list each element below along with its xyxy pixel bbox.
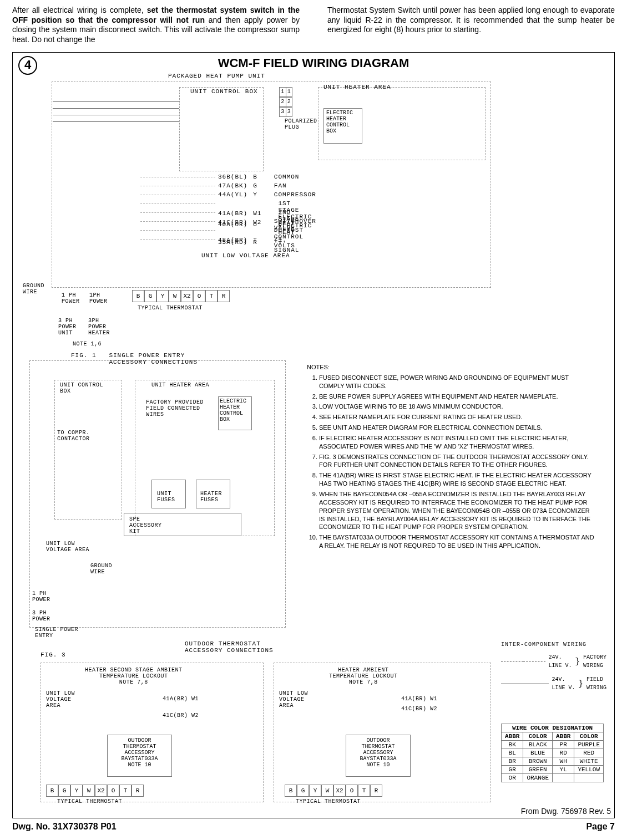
- wire-desc-2: COMPRESSOR: [274, 191, 316, 198]
- unit-control-box: [179, 87, 264, 171]
- fig3-terms-l: B G Y W X2 O T R: [46, 785, 144, 797]
- conn-3a: 3: [280, 108, 286, 116]
- term-b: B: [132, 290, 144, 302]
- t-g: G: [58, 785, 70, 797]
- wct-r: YL: [553, 766, 574, 774]
- t2-x2: X2: [333, 785, 346, 797]
- fig1-spe: SPE ACCESSORY KIT: [129, 516, 162, 534]
- wire-pin-7: R: [253, 239, 257, 246]
- wct-r: ORANGE: [523, 774, 553, 782]
- note-8: THE 41A(BR) WIRE IS FIRST STAGE ELECTRIC…: [319, 471, 595, 488]
- packaged-unit-label: PACKAGED HEAT PUMP UNIT: [168, 73, 265, 79]
- wct-h0: ABBR: [502, 732, 523, 741]
- wct-r: WH: [553, 757, 574, 766]
- wct-h2: ABBR: [553, 732, 574, 741]
- page-footer: Dwg. No. 31X730378 P01 Page 7: [12, 822, 615, 832]
- fig3-w1-r: 41A(BR) W1: [401, 696, 437, 702]
- t-x2: X2: [95, 785, 107, 797]
- fig1-toc: TO COMPR. CONTACTOR: [57, 430, 90, 442]
- ulva-label: UNIT LOW VOLTAGE AREA: [201, 252, 290, 259]
- ehcb-box: ELECTRIC HEATER CONTROL BOX: [323, 108, 362, 144]
- from-drawing: From Dwg. 756978 Rev. 5: [521, 807, 611, 816]
- intro-left: After all electrical wiring is complete,…: [12, 6, 300, 44]
- pol-plug-label: POLARIZED PLUG: [285, 118, 317, 130]
- fig3-header: OUTDOOR THERMOSTAT ACCESSORY CONNECTIONS: [185, 640, 274, 654]
- legend-a: 24V. LINE V.: [549, 653, 572, 670]
- conn-2a: 2: [280, 98, 286, 106]
- conn-1a: 1: [280, 88, 286, 96]
- legend-box: INTER-COMPONENT WIRING 24V. LINE V. } FA…: [501, 640, 606, 693]
- typ-tstat-label: TYPICAL THERMOSTAT: [138, 305, 203, 311]
- t2-o: O: [346, 785, 358, 797]
- wire-pin-2: Y: [253, 191, 257, 198]
- fig3-typ-r: TYPICAL THERMOSTAT: [296, 798, 361, 805]
- wire-pin-0: B: [253, 174, 257, 180]
- legend-fa: FACTORY WIRING: [583, 653, 606, 670]
- legend-fb: FIELD WIRING: [586, 675, 606, 692]
- wire-desc-7: 24 VOLTS: [274, 236, 295, 249]
- uha-label: UNIT HEATER AREA: [323, 84, 391, 90]
- wire-code-2: 44A(YL): [218, 191, 247, 198]
- ucb-label: UNIT CONTROL BOX: [190, 88, 258, 95]
- note-3: LOW VOLTAGE WIRING TO BE 18 AWG MINIMUM …: [319, 403, 595, 411]
- p1-label: 1 PH POWER: [62, 292, 80, 304]
- wct-r: BK: [502, 741, 523, 749]
- t-t: T: [119, 785, 132, 797]
- t-y: Y: [70, 785, 83, 797]
- step-badge: 4: [18, 56, 37, 75]
- fig1-ucb-label: UNIT CONTROL BOX: [60, 382, 103, 394]
- diagram-title: WCM-F FIELD WIRING DIAGRAM: [13, 56, 614, 70]
- fig1-ucb: [54, 380, 122, 520]
- wct-h3: COLOR: [574, 732, 604, 741]
- wct-r: BR: [502, 757, 523, 766]
- wire-desc-1: FAN: [274, 182, 287, 189]
- wct-r: YELLOW: [574, 766, 604, 774]
- wct-r: [574, 774, 604, 782]
- t2-t: T: [358, 785, 370, 797]
- term-g: G: [144, 290, 156, 302]
- intro-left-a: After all electrical wiring is complete,: [12, 6, 147, 14]
- term-t: T: [205, 290, 218, 302]
- fig1-ulva: UNIT LOW VOLTAGE AREA: [46, 541, 89, 553]
- fig3-typ-l: TYPICAL THERMOSTAT: [57, 798, 122, 805]
- note-6: IF ELECTRIC HEATER ACCESSORY IS NOT INST…: [319, 434, 595, 451]
- wct-r: WHITE: [574, 757, 604, 766]
- wire-code-0: 36B(BL): [218, 174, 247, 180]
- t2-r: R: [370, 785, 382, 797]
- t2-y: Y: [309, 785, 321, 797]
- footer-left: Dwg. No. 31X730378 P01: [12, 822, 117, 832]
- fig3-w2-r: 41C(BR) W2: [401, 706, 437, 712]
- fig3-ulva-r: UNIT LOW VOLTAGE AREA: [279, 690, 308, 709]
- wct-r: BLACK: [523, 741, 553, 749]
- legend-b: 24V. LINE V.: [552, 675, 575, 692]
- notes-header: NOTES:: [307, 363, 595, 371]
- wct-r: RD: [553, 749, 574, 757]
- note-10: THE BAYSTAT033A OUTDOOR THERMOSTAT ACCES…: [319, 533, 595, 550]
- note-2: BE SURE POWER SUPPLY AGREES WITH EQUIPME…: [319, 393, 595, 401]
- wct-h1: COLOR: [523, 732, 553, 741]
- fig3-w2-l: 41C(BR) W2: [163, 712, 199, 719]
- wct-r: GREEN: [523, 766, 553, 774]
- note-7: FIG. 3 DEMONSTRATES CONNECTION OF THE OU…: [319, 453, 595, 470]
- thermostat-terminals: B G Y W X2 O T R: [132, 290, 230, 302]
- wire-code-1: 47A(BK): [218, 182, 247, 189]
- p3u-label: 3 PH POWER UNIT: [58, 318, 77, 336]
- p1h-label: 1PH POWER: [89, 292, 108, 304]
- wct-r: OR: [502, 774, 523, 782]
- wct-r: BL: [502, 749, 523, 757]
- fig3-ulva-l: UNIT LOW VOLTAGE AREA: [46, 690, 75, 709]
- fig3-left-top: HEATER SECOND STAGE AMBIENT TEMPERATURE …: [85, 667, 183, 685]
- intro-columns: After all electrical wiring is complete,…: [12, 6, 615, 44]
- wct-title: WIRE COLOR DESIGNATION: [502, 724, 604, 732]
- legend-title: INTER-COMPONENT WIRING: [501, 640, 606, 649]
- fig3-ota-r: OUTDOOR THERMOSTAT ACCESSORY BAYSTAT033A…: [346, 735, 411, 777]
- term-r: R: [218, 290, 230, 302]
- fig3-right-top: HEATER AMBIENT TEMPERATURE LOCKOUT NOTE …: [329, 667, 398, 685]
- fig1-ground: GROUND WIRE: [90, 563, 112, 575]
- fig3-ota-l: OUTDOOR THERMOSTAT ACCESSORY BAYSTAT033A…: [107, 735, 172, 777]
- wct-r: PURPLE: [574, 741, 604, 749]
- t-o: O: [107, 785, 119, 797]
- t2-w: W: [321, 785, 333, 797]
- fig3-name: FIG. 3: [41, 651, 66, 658]
- conn-1b: 1: [286, 88, 292, 96]
